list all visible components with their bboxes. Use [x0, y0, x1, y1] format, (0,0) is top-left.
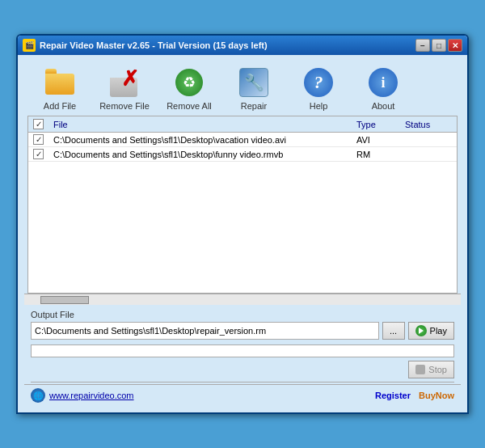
repair-label: Repair: [241, 101, 267, 111]
about-label: About: [372, 101, 395, 111]
progress-section: [24, 343, 461, 359]
col-check: ✓: [28, 116, 48, 133]
stop-label: Stop: [428, 365, 447, 374]
play-triangle: [419, 328, 424, 334]
help-button[interactable]: ? Help: [289, 66, 348, 111]
repair-icon: 🔧: [238, 66, 270, 99]
window-body: Add File ✗ Remove File ♻ Remove All: [18, 55, 467, 412]
row-status: [400, 147, 457, 162]
browse-button[interactable]: ...: [382, 322, 405, 340]
stop-icon: [415, 365, 425, 374]
stop-row: Stop: [24, 359, 461, 382]
maximize-button[interactable]: □: [432, 39, 446, 52]
row-type: RM: [352, 147, 400, 162]
row-checkbox-1[interactable]: ✓: [33, 149, 44, 159]
footer: 🌐 www.repairvideo.com Register BuyNow: [24, 384, 461, 406]
output-section: Output File ... Play: [24, 305, 461, 343]
file-table: ✓ File Type Status ✓ C:\Documents and Se…: [28, 116, 457, 162]
about-icon: i: [367, 66, 399, 99]
header-checkbox[interactable]: ✓: [33, 119, 44, 129]
remove-file-icon: ✗: [108, 66, 141, 99]
title-bar-left: 🎬 Repair Video Master v2.65 - Trial Vers…: [23, 39, 268, 52]
row-checkbox-0[interactable]: ✓: [33, 134, 44, 145]
file-list-area: ✓ File Type Status ✓ C:\Documents and Se…: [27, 116, 458, 294]
app-icon: 🎬: [23, 39, 36, 52]
row-file: C:\Documents and Settings\sfl1\Desktop\v…: [48, 133, 352, 147]
buynow-button[interactable]: BuyNow: [419, 391, 454, 400]
remove-all-icon: ♻: [173, 66, 205, 99]
output-row: ... Play: [31, 322, 454, 340]
row-check[interactable]: ✓: [28, 133, 48, 147]
horizontal-scrollbar[interactable]: [24, 294, 461, 305]
col-status: Status: [400, 116, 457, 133]
output-file-input[interactable]: [31, 322, 379, 340]
window-title: Repair Video Master v2.65 - Trial Versio…: [40, 40, 268, 50]
footer-right: Register BuyNow: [375, 391, 454, 400]
scrollbar-thumb[interactable]: [40, 296, 89, 304]
play-button[interactable]: Play: [408, 322, 454, 340]
minimize-button[interactable]: −: [415, 39, 430, 52]
remove-all-button[interactable]: ♻ Remove All: [160, 66, 218, 111]
remove-file-label: Remove File: [99, 101, 150, 111]
website-link[interactable]: www.repairvideo.com: [49, 391, 134, 400]
output-label: Output File: [31, 310, 454, 319]
main-window: 🎬 Repair Video Master v2.65 - Trial Vers…: [16, 34, 469, 414]
help-icon: ?: [302, 66, 335, 99]
row-check[interactable]: ✓: [28, 147, 48, 162]
close-button[interactable]: ✕: [448, 39, 462, 52]
progress-bar: [31, 344, 454, 357]
col-file: File: [48, 116, 352, 133]
toolbar: Add File ✗ Remove File ♻ Remove All: [24, 61, 461, 116]
help-label: Help: [310, 101, 328, 111]
add-file-icon: [44, 66, 76, 99]
title-bar: 🎬 Repair Video Master v2.65 - Trial Vers…: [18, 36, 467, 55]
footer-left: 🌐 www.repairvideo.com: [31, 388, 134, 403]
register-button[interactable]: Register: [375, 391, 411, 400]
about-button[interactable]: i About: [354, 66, 412, 111]
repair-button[interactable]: 🔧 Repair: [225, 66, 283, 111]
row-file: C:\Documents and Settings\sfl1\Desktop\f…: [48, 147, 352, 162]
row-type: AVI: [352, 133, 400, 147]
title-buttons: − □ ✕: [415, 39, 462, 52]
remove-file-button[interactable]: ✗ Remove File: [95, 66, 154, 111]
footer-divider: [31, 382, 454, 382]
col-type: Type: [352, 116, 400, 133]
table-row: ✓ C:\Documents and Settings\sfl1\Desktop…: [28, 147, 457, 162]
play-label: Play: [430, 326, 447, 336]
row-status: [400, 133, 457, 147]
globe-icon: 🌐: [31, 388, 45, 403]
play-icon: [415, 325, 427, 336]
add-file-button[interactable]: Add File: [31, 66, 89, 111]
stop-button[interactable]: Stop: [408, 361, 454, 378]
remove-all-label: Remove All: [167, 101, 212, 111]
table-row: ✓ C:\Documents and Settings\sfl1\Desktop…: [28, 133, 457, 147]
add-file-label: Add File: [44, 101, 76, 111]
